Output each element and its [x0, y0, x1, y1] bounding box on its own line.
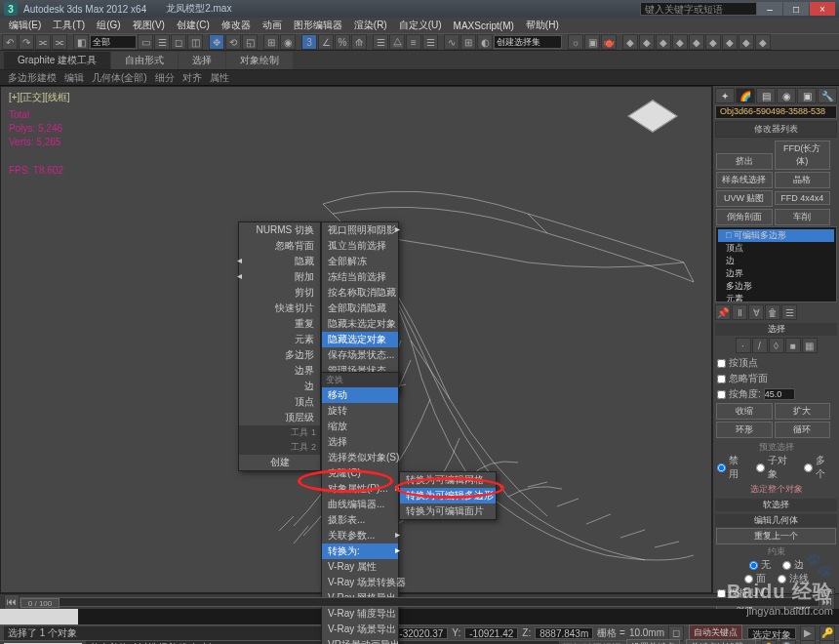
cp-hierarchy-icon[interactable]: ▤ [756, 88, 776, 103]
t2-icon[interactable]: ◆ [639, 34, 655, 50]
ignore-backface-check[interactable] [717, 375, 726, 383]
schematic-icon[interactable]: ⊞ [460, 34, 476, 50]
setkey-button[interactable]: 设置关键点 [626, 639, 680, 644]
cm-hide-sel[interactable]: 隐藏选定对象 [322, 332, 398, 347]
ring-button[interactable]: 环形 [716, 422, 773, 438]
preview-sub-radio[interactable] [756, 463, 765, 472]
play-icon[interactable]: ▶ [800, 625, 816, 641]
cm-ignore-back[interactable]: 忽略背面 [239, 238, 320, 254]
menu-help[interactable]: 帮助(H) [521, 19, 564, 32]
cm-vray-anim-exp[interactable]: VR场景动画导出 [322, 637, 398, 644]
ribbon-sub-4[interactable]: 对齐 [182, 71, 202, 85]
mirror-icon[interactable]: ⧋ [389, 34, 405, 50]
cm-vray-scene-conv[interactable]: V-Ray 场景转换器 [322, 575, 398, 590]
cm-unhide-all[interactable]: 全部取消隐藏 [322, 301, 398, 316]
help-search-input[interactable]: 键入关键字或短语 [640, 2, 757, 16]
cp-modify-icon[interactable]: 🌈 [736, 88, 755, 103]
cm-polygon[interactable]: 多边形 [239, 347, 320, 363]
cm-conv-patch[interactable]: 转换为可编辑面片 [400, 503, 496, 519]
cp-motion-icon[interactable]: ◉ [777, 88, 796, 103]
redo-icon[interactable]: ↷ [19, 34, 34, 50]
cm-attach[interactable]: 附加 [239, 269, 320, 285]
cm-select[interactable]: 选择 [322, 434, 398, 450]
named-selection-dropdown[interactable]: 创建选择集 [494, 35, 562, 49]
menu-render[interactable]: 渲染(R) [349, 19, 392, 32]
move-icon[interactable]: ✥ [209, 34, 224, 50]
keyfilter-dropdown[interactable]: 选定对象 [747, 627, 796, 639]
t6-icon[interactable]: ◆ [705, 34, 721, 50]
preview-multi-radio[interactable] [804, 463, 813, 472]
t9-icon[interactable]: ◆ [755, 34, 771, 50]
rollout-softsel[interactable]: 软选择 [715, 499, 837, 511]
link-icon[interactable]: ⫘ [35, 34, 51, 50]
ribbon-sub-1[interactable]: 编辑 [64, 71, 84, 85]
keyfilters-button[interactable]: 关键点过滤器... [686, 639, 756, 644]
cm-freeze-sel[interactable]: 冻结当前选择 [322, 269, 398, 285]
mod-btn-1-0[interactable]: 样条线选择 [716, 172, 773, 188]
viewport[interactable]: [+][正交][线框] Total Polys: 5,246 Verts: 5,… [0, 86, 712, 593]
cm-top[interactable]: 顶层级 [239, 410, 320, 425]
add-time-tag[interactable]: 添加时间标记 [563, 641, 621, 645]
render-frame-icon[interactable]: ▣ [584, 34, 600, 50]
coord-x[interactable]: -32020.37 [394, 627, 448, 639]
cm-element[interactable]: 元素 [239, 332, 320, 347]
unique-icon[interactable]: ∀ [748, 304, 764, 320]
by-angle-check[interactable] [717, 390, 726, 399]
cm-isolate[interactable]: 孤立当前选择 [322, 238, 398, 254]
nav-orbit-icon[interactable]: ⟲ [800, 640, 816, 645]
unlink-icon[interactable]: ⫘ [52, 34, 67, 50]
ribbon-sub-0[interactable]: 多边形建模 [8, 71, 57, 85]
cm-nurms[interactable]: NURMS 切换 [239, 222, 320, 238]
stack-border[interactable]: 边界 [718, 267, 834, 280]
t1-icon[interactable]: ◆ [622, 34, 638, 50]
menu-create[interactable]: 创建(C) [172, 19, 215, 32]
cm-rotate[interactable]: 旋转 [322, 403, 398, 419]
render-icon[interactable]: 🫖 [601, 34, 617, 50]
viewcube-icon[interactable] [633, 97, 672, 136]
cm-scale[interactable]: 缩放 [322, 419, 398, 434]
cm-dope[interactable]: 摄影表... [322, 512, 398, 528]
render-setup-icon[interactable]: ☼ [568, 34, 583, 50]
align-icon[interactable]: ≡ [406, 34, 421, 50]
cm-obj-props[interactable]: 对象属性(P)... [322, 481, 398, 497]
select-name-icon[interactable]: ☰ [154, 34, 170, 50]
select-icon[interactable]: ▭ [138, 34, 153, 50]
cp-utilities-icon[interactable]: 🔧 [818, 88, 837, 103]
show-end-icon[interactable]: Ⅱ [732, 304, 747, 320]
select-filter-icon[interactable]: ◧ [73, 34, 89, 50]
menu-modifiers[interactable]: 修改器 [217, 19, 256, 32]
cm-clone[interactable]: 克隆(C) [322, 465, 398, 481]
cm-hide[interactable]: 隐藏 [239, 254, 320, 269]
material-icon[interactable]: ◐ [477, 34, 493, 50]
stack-vertex[interactable]: 顶点 [718, 242, 834, 255]
t3-icon[interactable]: ◆ [656, 34, 671, 50]
cm-save-scene[interactable]: 保存场景状态... [322, 347, 398, 363]
mod-btn-2-0[interactable]: UVW 贴图 [716, 190, 773, 207]
mod-btn-0-0[interactable]: 挤出 [716, 153, 773, 170]
menu-customize[interactable]: 自定义(U) [394, 19, 447, 32]
ref-coord-icon[interactable]: ⊞ [263, 34, 279, 50]
configure-icon[interactable]: ☰ [781, 304, 797, 320]
stack-editable-poly[interactable]: □ 可编辑多边形 [718, 229, 834, 242]
maximize-button[interactable]: □ [783, 2, 809, 16]
select-filter-dropdown[interactable]: 全部 [90, 35, 137, 49]
cm-quickslice[interactable]: 快速切片 [239, 301, 320, 316]
key-mode-icon[interactable]: 🔑 [819, 625, 835, 641]
menu-tools[interactable]: 工具(T) [48, 19, 90, 32]
mod-btn-3-0[interactable]: 倒角剖面 [716, 209, 773, 225]
menu-group[interactable]: 组(G) [92, 19, 125, 32]
object-name-field[interactable]: Obj3d66-590498-3588-538 [715, 105, 837, 119]
timeline-start-icon[interactable]: ⏮ [4, 594, 20, 610]
angle-spinner[interactable] [764, 388, 795, 400]
scale-icon[interactable]: ◱ [242, 34, 258, 50]
preview-off-radio[interactable] [717, 463, 726, 472]
t7-icon[interactable]: ◆ [722, 34, 738, 50]
spinner-snap-icon[interactable]: ⟰ [351, 34, 367, 50]
nav-max-icon[interactable]: ▣ [819, 640, 835, 645]
cm-vp-lighting[interactable]: 视口照明和阴影 [322, 222, 398, 238]
constraint-none-radio[interactable] [749, 561, 758, 570]
subobj-element-icon[interactable]: ▦ [802, 338, 818, 353]
cm-border[interactable]: 边界 [239, 363, 320, 379]
by-vertex-check[interactable] [717, 359, 726, 368]
time-thumb[interactable]: 0 / 100 [20, 598, 60, 608]
